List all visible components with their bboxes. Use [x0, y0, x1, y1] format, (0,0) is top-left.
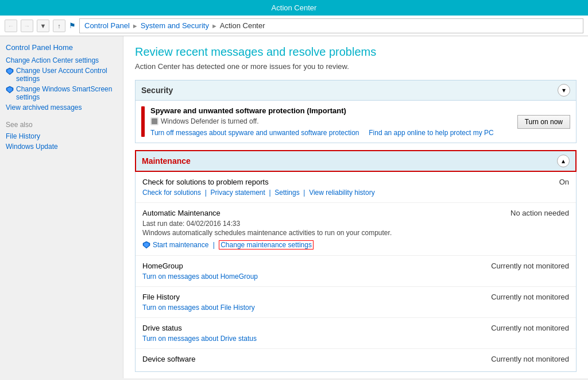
file-history-status: Currently not monitored: [491, 293, 569, 301]
shield-icon-uac: [6, 67, 14, 75]
sidebar-change-action-center[interactable]: Change Action Center settings: [6, 56, 117, 64]
maintenance-toggle[interactable]: ▴: [557, 155, 570, 167]
device-software-title: Device software: [142, 355, 195, 363]
homegroup-status: Currently not monitored: [491, 262, 569, 270]
maint-row-auto-maintenance: Automatic Maintenance No action needed L…: [136, 203, 576, 256]
view-reliability-link[interactable]: View reliability history: [309, 189, 375, 197]
page-title: Review recent messages and resolve probl…: [135, 45, 577, 59]
sidebar-smartscreen-link[interactable]: Change Windows SmartScreen settings: [16, 85, 117, 101]
breadcrumb-current: Action Center: [220, 21, 265, 30]
start-maintenance-link[interactable]: Start maintenance: [153, 241, 208, 249]
recent-button[interactable]: ▼: [37, 20, 49, 32]
address-bar: ← → ▼ ↑ ⚑ Control Panel ► System and Sec…: [0, 16, 588, 36]
sidebar-uac-link[interactable]: Change User Account Control settings: [16, 67, 117, 83]
homegroup-links: Turn on messages about HomeGroup: [142, 272, 569, 281]
auto-maintenance-desc2: Windows automatically schedules maintena…: [142, 229, 569, 237]
security-alert: Spyware and unwanted software protection…: [136, 101, 576, 143]
maint-row-check-solutions: Check for solutions to problem reports O…: [136, 172, 576, 203]
svg-rect-5: [152, 118, 157, 124]
maintenance-title: Maintenance: [142, 156, 191, 166]
sidebar: Control Panel Home Change Action Center …: [0, 36, 123, 378]
security-title: Security: [141, 86, 173, 95]
forward-button[interactable]: →: [21, 20, 33, 32]
alert-action: Turn on now: [517, 106, 570, 137]
sidebar-file-history[interactable]: File History: [6, 132, 117, 140]
sidebar-control-panel-home[interactable]: Control Panel Home: [6, 43, 117, 52]
check-solutions-title: Check for solutions to problem reports: [142, 178, 269, 186]
maint-row-device-software: Device software Currently not monitored: [136, 349, 576, 371]
drive-status-links: Turn on messages about Drive status: [142, 335, 569, 343]
auto-maintenance-links: Start maintenance | Change maintenance s…: [142, 240, 569, 250]
security-section-header: Security ▾: [135, 80, 577, 101]
privacy-statement-link[interactable]: Privacy statement: [211, 189, 265, 197]
breadcrumb-system-security[interactable]: System and Security: [141, 21, 209, 30]
turn-off-messages-link[interactable]: Turn off messages about spyware and unwa…: [150, 129, 359, 137]
check-for-solutions-link[interactable]: Check for solutions: [142, 189, 201, 197]
see-also-label: See also: [6, 121, 117, 129]
maint-row-file-history: File History Currently not monitored Tur…: [136, 287, 576, 318]
maint-row-drive-status: Drive status Currently not monitored Tur…: [136, 318, 576, 349]
alert-content: Spyware and unwanted software protection…: [150, 106, 512, 137]
sidebar-smartscreen-wrapper: Change Windows SmartScreen settings: [6, 85, 117, 101]
content-area: Review recent messages and resolve probl…: [123, 36, 588, 378]
sidebar-archived-messages[interactable]: View archived messages: [6, 103, 117, 112]
back-button[interactable]: ←: [5, 20, 17, 32]
homegroup-title: HomeGroup: [142, 262, 183, 270]
alert-links: Turn off messages about spyware and unwa…: [150, 129, 512, 137]
maintenance-section-header: Maintenance ▴: [135, 150, 577, 172]
sidebar-uac-wrapper: Change User Account Control settings: [6, 67, 117, 83]
homegroup-messages-link[interactable]: Turn on messages about HomeGroup: [142, 272, 258, 281]
alert-title: Spyware and unwanted software protection…: [150, 106, 512, 115]
file-history-title: File History: [142, 293, 180, 301]
file-history-messages-link[interactable]: Turn on messages about File History: [142, 304, 255, 312]
find-app-link[interactable]: Find an app online to help protect my PC: [369, 129, 493, 137]
shield-icon-smartscreen: [6, 86, 14, 94]
settings-link[interactable]: Settings: [274, 189, 299, 197]
auto-maintenance-desc1: Last run date: 04/02/2016 14:33: [142, 220, 569, 228]
drive-status-title: Drive status: [142, 324, 182, 332]
breadcrumb-control-panel[interactable]: Control Panel: [84, 21, 130, 30]
device-software-status: Currently not monitored: [491, 355, 569, 363]
drive-status-status: Currently not monitored: [491, 324, 569, 332]
main-layout: Control Panel Home Change Action Center …: [0, 36, 588, 378]
auto-maintenance-title: Automatic Maintenance: [142, 209, 220, 217]
up-button[interactable]: ↑: [53, 20, 65, 32]
turn-on-button[interactable]: Turn on now: [517, 115, 570, 129]
title-bar: Action Center: [0, 0, 588, 16]
change-maintenance-settings-link[interactable]: Change maintenance settings: [219, 240, 314, 250]
shield-icon-maintenance: [142, 241, 150, 249]
maintenance-body: Check for solutions to problem reports O…: [135, 172, 577, 372]
check-solutions-status: On: [559, 178, 569, 186]
red-bar: [141, 106, 145, 137]
file-history-links: Turn on messages about File History: [142, 304, 569, 312]
defender-icon: [150, 117, 158, 125]
security-toggle[interactable]: ▾: [558, 84, 570, 97]
maint-row-homegroup: HomeGroup Currently not monitored Turn o…: [136, 256, 576, 287]
flag-icon: ⚑: [69, 21, 76, 30]
breadcrumb: Control Panel ► System and Security ► Ac…: [79, 18, 583, 33]
check-solutions-links: Check for solutions | Privacy statement …: [142, 189, 569, 197]
sidebar-windows-update[interactable]: Windows Update: [6, 143, 117, 151]
auto-maintenance-status: No action needed: [510, 209, 569, 217]
page-subtitle: Action Center has detected one or more i…: [135, 62, 577, 71]
alert-subtitle: Windows Defender is turned off.: [150, 117, 512, 125]
title-label: Action Center: [272, 3, 317, 12]
drive-status-messages-link[interactable]: Turn on messages about Drive status: [142, 335, 257, 343]
security-panel: Spyware and unwanted software protection…: [135, 101, 577, 143]
